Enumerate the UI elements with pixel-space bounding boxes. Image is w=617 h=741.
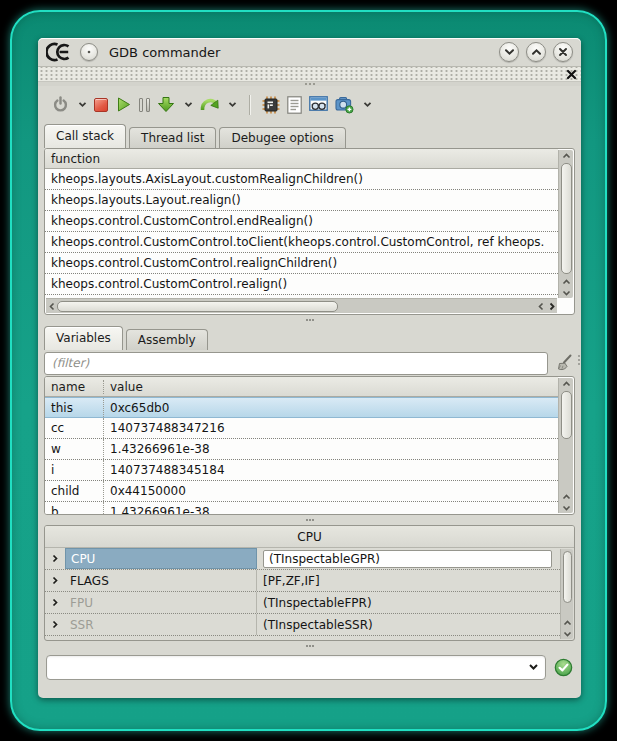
tab-variables[interactable]: Variables: [44, 326, 123, 350]
scroll-right-icon[interactable]: [546, 301, 557, 312]
pause-button[interactable]: [139, 93, 150, 117]
callstack-horizontal-scrollbar[interactable]: [46, 298, 557, 313]
cpu-register-row[interactable]: FPU (TInspectableFPR): [45, 592, 560, 614]
scroll-left-icon[interactable]: [46, 301, 57, 312]
filter-input[interactable]: [44, 352, 548, 375]
snapshot-button[interactable]: [335, 93, 354, 117]
stop-button[interactable]: [94, 93, 108, 117]
variable-row[interactable]: w 1.43266961e-38: [45, 439, 558, 460]
expander-chevron-icon[interactable]: [45, 592, 65, 613]
close-button[interactable]: [553, 42, 573, 62]
app-logo-icon: [46, 42, 73, 62]
clear-filter-broom-icon[interactable]: [553, 353, 575, 373]
panel-splitter[interactable]: [38, 641, 581, 651]
variable-row[interactable]: b 1.43266961e-38: [45, 502, 558, 515]
scroll-down-icon[interactable]: [561, 628, 574, 639]
cpu-vertical-scrollbar[interactable]: [560, 549, 573, 639]
variables-header: name value: [45, 377, 558, 397]
callstack-panel: function kheops.layouts.AxisLayout.custo…: [44, 148, 575, 315]
step-over-button[interactable]: [200, 93, 219, 117]
register-value-editor[interactable]: (TInspectableGPR): [263, 550, 552, 568]
power-menu-chevron-icon[interactable]: [78, 101, 87, 108]
step-into-menu-chevron-icon[interactable]: [184, 101, 193, 108]
callstack-row[interactable]: kheops.layouts.AxisLayout.customRealignC…: [45, 169, 558, 190]
cpu-register-row[interactable]: CPU (TInspectableGPR): [45, 548, 560, 570]
expander-chevron-icon[interactable]: [45, 614, 65, 635]
callstack-header: function: [45, 149, 558, 169]
combo-dropdown-chevron-icon[interactable]: [521, 663, 545, 671]
column-value: value: [104, 380, 149, 394]
expander-chevron-icon[interactable]: [45, 548, 65, 569]
watch-view-button[interactable]: [309, 93, 328, 117]
callstack-row[interactable]: kheops.layouts.Layout.realign(): [45, 190, 558, 211]
column-name: name: [45, 380, 103, 394]
send-command-button[interactable]: [554, 658, 573, 677]
variable-row[interactable]: this 0xc65db0: [45, 397, 558, 418]
gdb-command-row: [38, 653, 581, 681]
cpu-panel-title: CPU: [45, 526, 574, 548]
tab-call-stack[interactable]: Call stack: [44, 124, 126, 148]
cpu-view-button[interactable]: [262, 93, 280, 117]
variables-panel: name value this 0xc65db0 cc 140737488347…: [44, 376, 575, 515]
run-button[interactable]: [115, 93, 132, 117]
scroll-thumb[interactable]: [57, 301, 338, 312]
cpu-register-row[interactable]: SSR (TInspectableSSR): [45, 614, 560, 636]
window-title: GDB commander: [105, 45, 492, 60]
step-into-button[interactable]: [157, 93, 175, 117]
tab-debugee-options[interactable]: Debugee options: [219, 127, 345, 148]
callstack-row[interactable]: kheops.control.CustomControl.realignChil…: [45, 253, 558, 274]
command-input[interactable]: [47, 657, 521, 678]
shade-button[interactable]: [499, 42, 519, 62]
side-splitter-grip[interactable]: [578, 355, 580, 365]
scroll-down-icon[interactable]: [560, 287, 573, 298]
callstack-row[interactable]: kheops.control.CustomControl.realign(): [45, 274, 558, 295]
expander-chevron-icon[interactable]: [45, 570, 65, 591]
scroll-down-icon[interactable]: [560, 502, 573, 513]
command-combobox[interactable]: [46, 655, 546, 680]
variables-tabbar: Variables Assembly: [38, 325, 581, 350]
window-menu-icon[interactable]: [80, 43, 98, 61]
column-function: function: [45, 152, 106, 166]
output-view-button[interactable]: [287, 93, 302, 117]
power-button[interactable]: [52, 93, 69, 117]
tab-thread-list[interactable]: Thread list: [129, 127, 216, 148]
debug-toolbar: [38, 86, 581, 123]
callstack-row[interactable]: kheops.control.CustomControl.endRealign(…: [45, 211, 558, 232]
gdb-commander-window: GDB commander: [38, 38, 581, 698]
scroll-left-icon[interactable]: [535, 301, 546, 312]
scroll-thumb[interactable]: [563, 551, 572, 603]
dock-close-icon[interactable]: [566, 67, 577, 82]
scroll-up-icon[interactable]: [560, 150, 573, 161]
cpu-register-row[interactable]: FLAGS [PF,ZF,IF]: [45, 570, 560, 592]
cpu-inspector-panel: CPU CPU (TInspectableGPR) FLAGS [PF,ZF,I…: [44, 525, 575, 641]
panel-splitter[interactable]: [38, 315, 581, 325]
snapshot-menu-chevron-icon[interactable]: [363, 101, 372, 108]
tab-assembly[interactable]: Assembly: [126, 329, 208, 350]
scroll-up-icon[interactable]: [560, 491, 573, 502]
variables-vertical-scrollbar[interactable]: [558, 378, 573, 513]
titlebar[interactable]: GDB commander: [38, 38, 581, 67]
variables-filter-row: [38, 350, 581, 376]
toolbar-separator: [249, 95, 250, 115]
dock-grip-bar[interactable]: [38, 67, 581, 82]
callstack-tabbar: Call stack Thread list Debugee options: [38, 123, 581, 148]
scroll-thumb[interactable]: [561, 391, 572, 439]
panel-splitter[interactable]: [38, 515, 581, 525]
callstack-row[interactable]: kheops.control.CustomControl.toClient(kh…: [45, 232, 558, 253]
variable-row[interactable]: cc 140737488347216: [45, 418, 558, 439]
scroll-thumb[interactable]: [561, 163, 572, 274]
scroll-up-icon[interactable]: [561, 617, 574, 628]
variable-row[interactable]: child 0x44150000: [45, 481, 558, 502]
unshade-button[interactable]: [526, 42, 546, 62]
callstack-vertical-scrollbar[interactable]: [558, 150, 573, 298]
variable-row[interactable]: i 140737488345184: [45, 460, 558, 481]
scroll-up-icon[interactable]: [560, 378, 573, 389]
scroll-up-icon[interactable]: [560, 276, 573, 287]
step-over-menu-chevron-icon[interactable]: [228, 101, 237, 108]
